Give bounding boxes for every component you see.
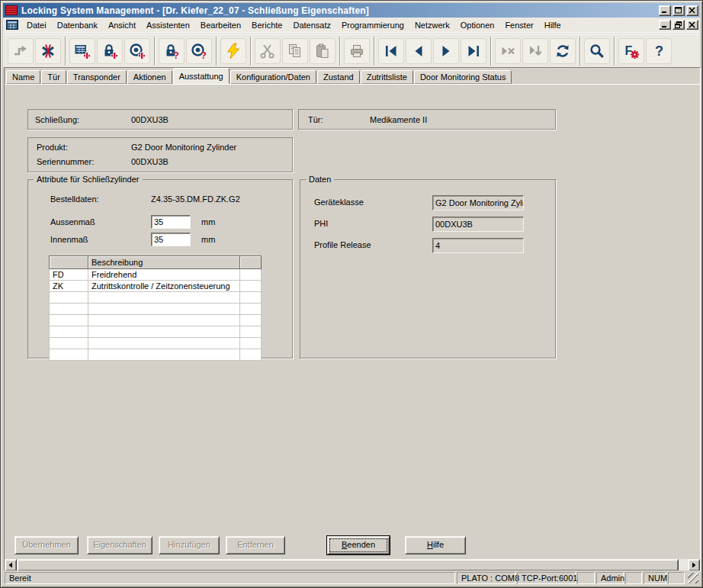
phi-field: 00DXU3B	[432, 217, 524, 232]
scrollbar-thumb[interactable]	[17, 559, 679, 571]
menu-berichte[interactable]: Berichte	[246, 18, 287, 32]
read-transponder-button[interactable]: ?	[186, 38, 212, 64]
aussenmass-label: Aussenmaß	[50, 217, 95, 227]
table-row[interactable]: ZK Zutrittskontrolle / Zeitzonensteuerun…	[50, 281, 262, 292]
tab-konfiguration-daten[interactable]: Konfiguration/Daten	[230, 70, 316, 84]
attr-desc-cell: Freidrehend	[88, 269, 240, 281]
status-num-lock: NUM	[644, 572, 666, 584]
menu-netzwerk[interactable]: Netzwerk	[409, 18, 455, 32]
filter-settings-button[interactable]: F	[618, 38, 644, 64]
aussenmass-input[interactable]	[151, 215, 191, 229]
new-transponder-button[interactable]	[124, 38, 150, 64]
menu-optionen[interactable]: Optionen	[455, 18, 500, 32]
seriennummer-value: 00DXU3B	[131, 157, 169, 166]
mdi-minimize-button[interactable]	[659, 20, 671, 30]
daten-groupbox: Daten Geräteklasse G2 Door Monitoring Zy…	[300, 179, 556, 358]
copy-icon	[287, 43, 303, 59]
status-bar: Bereit PLATO : COM8 TCP-Port:6001 Admin …	[3, 570, 700, 585]
scroll-right-arrow-icon	[691, 562, 697, 568]
attribute-groupbox: Attribute für Schließzylinder Bestelldat…	[27, 179, 293, 358]
entfernen-button: Entfernen	[226, 536, 285, 554]
new-locking-plan-icon	[74, 43, 91, 59]
cut-button	[255, 38, 281, 64]
menu-hilfe[interactable]: Hilfe	[539, 18, 567, 32]
new-locking-plan-button[interactable]	[69, 38, 95, 64]
tab-door-monitoring-status[interactable]: Door Monitoring Status	[414, 70, 512, 84]
mdi-close-icon	[689, 21, 696, 28]
toolbar-separator	[250, 37, 252, 66]
menu-assistenten[interactable]: Assistenten	[141, 18, 195, 32]
svg-text:?: ?	[173, 50, 179, 59]
beenden-button[interactable]: Beenden	[327, 536, 390, 554]
menu-ansicht[interactable]: Ansicht	[103, 18, 141, 32]
print-icon	[348, 43, 365, 59]
attribute-table: Beschreibung FD Freidrehend ZK Zutrittsk	[49, 255, 262, 361]
next-record-button[interactable]	[433, 38, 459, 64]
last-record-button[interactable]	[461, 38, 486, 64]
menu-datensatz[interactable]: Datensatz	[287, 18, 336, 32]
search-button[interactable]	[584, 38, 610, 64]
tab-name[interactable]: Name	[6, 70, 40, 84]
toolbar-separator	[216, 37, 217, 66]
ausstattung-tab-page: Schließung: 00DXU3B Tür: Medikamente II …	[5, 84, 700, 559]
menu-bar: Datei Datenbank Ansicht Assistenten Bear…	[3, 18, 700, 33]
eigenschaften-button: Eigenschaften	[87, 536, 152, 554]
close-button[interactable]	[686, 5, 698, 16]
title-bar: Locking System Management - [Dr. Kiefer_…	[3, 3, 700, 18]
tuer-value: Medikamente II	[370, 115, 427, 124]
tab-ausstattung[interactable]: Ausstattung	[173, 68, 230, 84]
mdi-close-button[interactable]	[686, 20, 698, 30]
attr-col-beschreibung-header: Beschreibung	[88, 256, 240, 269]
next-record-icon	[438, 43, 454, 59]
toolbar: ? ?	[3, 34, 700, 67]
first-record-button[interactable]	[378, 38, 404, 64]
scroll-left-button[interactable]	[5, 559, 17, 571]
table-row[interactable]: FD Freidrehend	[50, 269, 262, 281]
menu-datenbank[interactable]: Datenbank	[52, 18, 103, 32]
tuer-label: Tür:	[308, 115, 323, 124]
menu-datei[interactable]: Datei	[21, 18, 52, 32]
maximize-button[interactable]	[673, 5, 685, 16]
scroll-right-button[interactable]	[688, 559, 700, 571]
innenmass-input[interactable]	[151, 233, 191, 246]
filter-gear-icon: F	[623, 43, 640, 59]
aussenmass-unit: mm	[201, 217, 215, 227]
print-button	[344, 38, 370, 64]
menu-bearbeiten[interactable]: Bearbeiten	[195, 18, 246, 32]
refresh-button[interactable]	[550, 38, 576, 64]
previous-record-button[interactable]	[406, 38, 432, 64]
attribute-table-header: Beschreibung	[50, 256, 262, 269]
read-lock-button[interactable]: ?	[159, 38, 185, 64]
tab-transponder[interactable]: Transponder	[67, 70, 127, 84]
follow-arrow-button	[8, 38, 34, 64]
skip-down-icon	[527, 43, 544, 59]
attr-code-cell: FD	[50, 269, 88, 281]
tab-aktionen[interactable]: Aktionen	[127, 70, 172, 84]
menu-programmierung[interactable]: Programmierung	[336, 18, 409, 32]
program-button[interactable]	[220, 38, 246, 64]
profile-release-label: Profile Release	[314, 240, 371, 249]
table-row-empty	[50, 315, 262, 326]
menu-fenster[interactable]: Fenster	[499, 18, 538, 32]
tab-zustand[interactable]: Zustand	[317, 70, 360, 84]
schliessung-value: 00DXU3B	[131, 115, 169, 124]
new-lock-button[interactable]	[97, 38, 123, 64]
profile-release-field: 4	[432, 238, 524, 253]
minimize-icon	[661, 7, 669, 14]
daten-group-title: Daten	[306, 175, 334, 184]
mdi-restore-button[interactable]	[673, 20, 685, 30]
tab-zutrittsliste[interactable]: Zutrittsliste	[361, 70, 413, 84]
status-empty-1	[577, 572, 595, 584]
resize-grip[interactable]	[688, 573, 698, 583]
window-title: Locking System Management - [Dr. Kiefer_…	[21, 5, 657, 16]
paste-button	[310, 38, 335, 64]
new-lock-icon	[101, 43, 118, 59]
status-ready: Bereit	[5, 572, 455, 584]
tab-tuer[interactable]: Tür	[41, 70, 66, 84]
toolbar-separator	[339, 37, 341, 66]
minimize-button[interactable]	[659, 5, 671, 16]
table-row-empty	[50, 292, 262, 304]
help-button[interactable]: ?	[646, 38, 672, 64]
hilfe-button[interactable]: Hilfe	[405, 536, 466, 554]
cancel-x-button[interactable]	[35, 38, 61, 64]
